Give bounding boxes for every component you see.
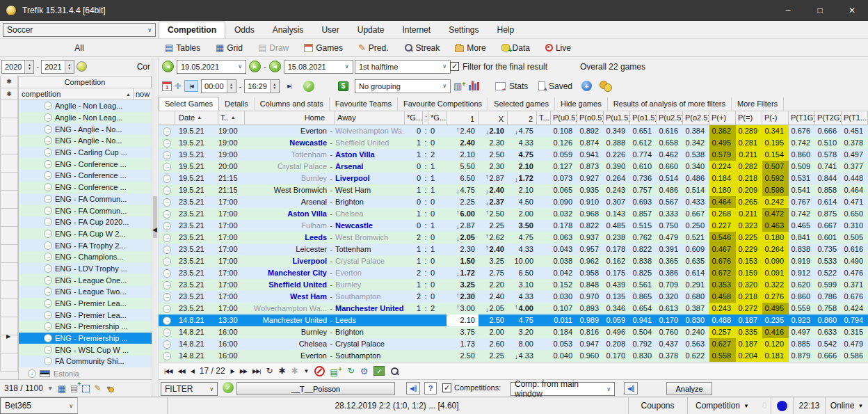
column-header-away[interactable]: Away [335,111,405,125]
sidebar-item[interactable]: ENG - FA Cup 2020... [19,216,152,228]
tab-user[interactable]: User [312,22,348,38]
table-row[interactable]: 19.5.2120:00Crystal Palace-Arsenal0:15.5… [159,161,868,173]
skip-to-end-button[interactable]: ▶| [282,80,296,92]
toolbar-tables[interactable]: Tables [159,41,207,54]
view-tab-hide-games[interactable]: Hide games [555,97,608,111]
filter-select[interactable]: FILTER ∨ [161,382,218,396]
table-row[interactable]: 23.5.2117:00Wolverhampton Wa...-Manchest… [159,303,868,315]
sidebar-item[interactable]: ENG - League Two... [19,286,152,298]
stats-button[interactable]: Stats [495,81,528,91]
column-header-p-u0-5[interactable]: P(u0.5) [551,111,577,125]
table-row[interactable]: 19.5.2119:00Tottenham-Aston Villa1:22.10… [159,149,868,161]
column-header-p-t1[interactable]: P(T1... [842,111,868,125]
toolbar-streak[interactable]: Streak [398,42,447,54]
sport-select[interactable]: Soccer ∨ [3,23,156,37]
final-result-checkbox[interactable] [450,62,459,71]
new-record-icon[interactable]: ✱ [278,366,285,376]
table-row[interactable]: 23.5.2117:00Liverpool-Crystal Palace1:01… [159,255,868,267]
table-row[interactable]: 23.5.2117:00Leicester-Tottenham1:12.30↑2… [159,244,868,255]
table-row[interactable]: 23.5.2117:00Arsenal-Brighton0:02.25↓2.37… [159,196,868,208]
year-to-spinner[interactable]: 2021 ▲▼ [41,60,74,74]
spinner-arrows-icon[interactable]: ▲▼ [270,80,279,93]
source-select[interactable]: Comp. from main window ∨ [511,382,615,396]
gear-icon[interactable]: ⚙ [360,366,369,376]
sidebar-item[interactable]: ENG - Conference ... [19,182,152,193]
sidebar-item[interactable]: ENG - FA Commun... [19,193,152,205]
sidebar-item[interactable]: ENG - Conference ... [19,170,152,182]
toolbar-more[interactable]: More [449,42,492,54]
prev-record-button[interactable]: ◀ [191,368,194,374]
toolbar-pred[interactable]: Pred. [352,41,395,54]
table-row[interactable]: 19.5.2121:15West Bromwich-West Ham1:1↓4.… [159,184,868,196]
note-add-icon[interactable]: ▤ [70,383,78,393]
view-tab-more-filters[interactable]: More Filters [732,97,784,111]
column-header-icon[interactable] [159,111,175,125]
grouping-select[interactable]: No grouping∨ [355,79,451,93]
filter-funnel-icon[interactable]: ▼ [47,385,54,392]
zoom-add-icon[interactable]: ▤+ [330,365,342,377]
column-header-p-u2-5[interactable]: P(u2.5) [657,111,683,125]
apply-filter-button[interactable]: ✓ [223,382,234,393]
column-header-p-o0-5[interactable]: P(o0.5) [577,111,604,125]
column-header-t[interactable]: T..▲ [218,111,245,125]
table-row[interactable]: 23.5.2117:00Leeds-West Bromwich2:0↓2.05↑… [159,232,868,244]
column-header-p[interactable]: P(+) [709,111,736,125]
column-header-p-u1-5[interactable]: P(u1.5) [604,111,630,125]
cancel-filter-icon[interactable] [314,366,325,376]
scope-label[interactable]: All [0,43,159,53]
column-header-p[interactable]: P(-) [762,111,789,125]
tab-internet[interactable]: Internet [393,22,440,38]
sidebar-item[interactable]: ENG - Premier Lea... [19,309,152,321]
sidebar-column-header[interactable]: Competition [19,76,152,88]
group-row-estonia[interactable]: Estonia [19,367,152,379]
bookmaker-select[interactable]: Bet365 ∨ [0,397,78,414]
toolbar-data[interactable]: Data [495,42,536,54]
sidebar-item[interactable]: ENG - LDV Trophy ... [19,263,152,275]
toolbar-grid[interactable]: Grid [209,41,249,54]
close-button[interactable]: ✕ [836,0,868,21]
sidebar-item[interactable]: ENG - FA Cup W 2... [19,228,152,240]
collapse-sidebar-icon[interactable]: ◀ [152,226,157,233]
tab-update[interactable]: Update [348,22,394,38]
online-menu[interactable]: Online ▼ [825,397,868,414]
view-tab-details[interactable]: Details [219,97,255,111]
sidebar-item[interactable]: Anglie - Non Leag... [19,100,152,112]
column-header-g[interactable]: *G... [428,111,447,125]
competitions-checkbox[interactable] [442,383,451,392]
tab-analysis[interactable]: Analysis [264,22,313,38]
fast-back-button[interactable]: ◀◀ [177,368,184,374]
column-header-p[interactable]: P(=) [736,111,762,125]
sidebar-item[interactable]: ENG - Carling Cup ... [19,147,152,159]
saved-button[interactable]: Saved [538,81,572,91]
money-icon[interactable]: $ [338,81,348,91]
sidebar-scrollbar[interactable]: ◀ [152,57,159,397]
table-row[interactable]: 14.8.2113:30Manchester United-Leeds2.102… [159,315,868,326]
date-to-prev-button[interactable]: ◀ [269,61,281,72]
sidebar-item[interactable]: ENG - Premier Lea... [19,298,152,310]
sidebar-item[interactable]: ENG - FA Commun... [19,205,152,216]
period-select[interactable]: 1st halftime∨ [355,60,451,74]
table-row[interactable]: 14.8.2116:00Burnley-Brighton3.752.003.20… [159,326,868,338]
table-grid-icon[interactable]: ▦ [58,383,66,394]
column-header-p-o2-5[interactable]: P(o2.5) [683,111,709,125]
minimize-button[interactable]: – [772,0,804,21]
coins-icon[interactable] [600,81,612,91]
reload-icon[interactable]: ↻ [348,366,355,376]
add-circle-icon[interactable]: + [581,81,592,91]
grid-add-icon[interactable]: ▥ [453,81,466,91]
filter-funnel-icon[interactable]: ▼ [304,368,309,374]
view-tab-favourite-teams[interactable]: Favourite Teams [330,97,398,111]
sidebar-item[interactable]: ENG - WSL Cup W ... [19,344,152,356]
toolbar-live[interactable]: Live [539,42,577,54]
import-arrow-button[interactable]: ◀ [624,382,638,395]
column-header-home[interactable]: Home [245,111,335,125]
ball-icon[interactable] [77,61,87,72]
sidebar-item[interactable]: ENG - Premiership ... [19,321,152,333]
move-icon[interactable]: ✛ [175,81,182,91]
tab-odds[interactable]: Odds [225,22,264,38]
table-row[interactable]: 14.8.2116:00Chelsea-Crystal Palace1.732.… [159,338,868,350]
help-button[interactable]: ? [424,382,437,395]
sidebar-item[interactable]: ENG - Champions... [19,251,152,263]
import-arrow-button[interactable]: ◀ [406,382,420,395]
next-record-button[interactable]: ▶ [231,368,234,374]
